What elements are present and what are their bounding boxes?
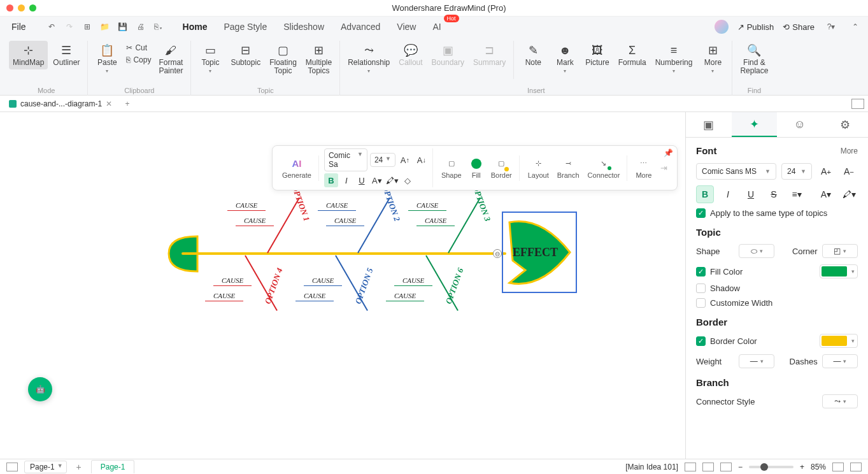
zoom-in-button[interactable]: + — [800, 463, 804, 471]
underline-toggle[interactable]: U — [742, 185, 760, 203]
italic-toggle[interactable]: I — [719, 185, 737, 203]
copy-button[interactable]: ⎘Copy — [124, 54, 153, 66]
cause-label[interactable]: CAUSE — [222, 276, 243, 284]
ai-generate-button[interactable]: AI Generate — [279, 155, 315, 181]
tab-advanced[interactable]: Advanced — [333, 18, 388, 35]
find-replace-button[interactable]: 🔍Find & Replace — [736, 41, 772, 78]
zoom-out-button[interactable]: − — [738, 463, 743, 471]
cause-label[interactable]: CAUSE — [312, 276, 334, 284]
page-tab[interactable]: Page-1 — [91, 460, 135, 473]
cause-label[interactable]: CAUSE — [213, 292, 235, 299]
picture-button[interactable]: 🖼Picture — [581, 41, 613, 79]
share-button[interactable]: ⟲Share — [783, 22, 815, 32]
more-insert-button[interactable]: ⊞More▾ — [697, 41, 728, 79]
format-painter-button[interactable]: 🖌Format Painter — [155, 41, 187, 78]
fill-color-checkbox[interactable]: ✓ Fill Color ▾ — [696, 264, 858, 278]
bold-button[interactable]: B — [324, 173, 338, 187]
bold-toggle[interactable]: B — [696, 185, 714, 203]
panel-tab-settings[interactable]: ⚙ — [823, 112, 869, 137]
minimize-window[interactable] — [18, 4, 25, 11]
apply-same-type-checkbox[interactable]: ✓ Apply to the same type of topics — [696, 208, 858, 218]
mindmap-button[interactable]: ⊹MindMap — [9, 41, 48, 69]
dashes-dropdown[interactable]: — ▾ — [822, 354, 858, 368]
highlight-dropdown[interactable]: 🖍▾ — [840, 185, 858, 203]
pin-icon[interactable]: 📌 — [664, 148, 673, 157]
zoom-level[interactable]: 85% — [811, 463, 826, 471]
view-mode-2[interactable] — [702, 463, 714, 471]
export-icon[interactable]: ⎘▾ — [151, 19, 166, 34]
multiple-topics-button[interactable]: ⊞Multiple Topics — [302, 41, 336, 78]
add-page-button[interactable]: + — [73, 461, 85, 473]
font-color-button[interactable]: A▾ — [370, 173, 384, 187]
font-family-dropdown[interactable]: Comic Sans MS▼ — [696, 163, 776, 180]
shape-button[interactable]: ▢Shape — [438, 155, 465, 181]
undo-icon[interactable]: ↶ — [44, 19, 59, 34]
ai-assistant-bubble[interactable]: 🤖 — [28, 377, 52, 401]
subtopic-button[interactable]: ⊟Subtopic — [227, 41, 264, 78]
note-button[interactable]: ✎Note — [518, 41, 548, 79]
font-more[interactable]: More — [841, 147, 858, 155]
tab-slideshow[interactable]: Slideshow — [276, 18, 332, 35]
page-selector[interactable]: Page-1▼ — [24, 461, 67, 473]
decrease-font-button[interactable]: A− — [840, 162, 858, 180]
shape-dropdown[interactable]: ⬭ ▾ — [739, 244, 774, 258]
cause-label[interactable]: CAUSE — [425, 217, 446, 224]
publish-button[interactable]: ↗Publish — [737, 22, 774, 32]
zoom-slider[interactable] — [749, 466, 793, 468]
highlight-button[interactable]: 🖍▾ — [385, 173, 399, 187]
close-window[interactable] — [6, 4, 13, 11]
view-mode-1[interactable] — [685, 463, 696, 471]
pages-panel-toggle[interactable] — [6, 463, 18, 471]
panel-tab-style[interactable]: ✦ — [732, 112, 778, 137]
align-dropdown[interactable]: ≡▾ — [788, 185, 806, 203]
font-size-dropdown[interactable]: 24▼ — [781, 163, 812, 180]
close-tab-icon[interactable]: ✕ — [106, 99, 112, 108]
maximize-window[interactable] — [29, 4, 36, 11]
fill-color-swatch[interactable]: ▾ — [820, 264, 858, 278]
save-icon[interactable]: 💾 — [115, 19, 131, 34]
decrease-font-icon[interactable]: A↓ — [415, 153, 429, 167]
mark-button[interactable]: ☻Mark▾ — [550, 41, 580, 79]
panel-tab-page[interactable]: ▣ — [686, 112, 732, 137]
connector-style-dropdown[interactable]: ⤳ ▾ — [822, 394, 858, 408]
collapse-toggle[interactable]: ⊖ — [493, 249, 502, 258]
canvas[interactable]: 📌 AI Generate Comic Sa▼ 24▼ A↑ A↓ B I U — [0, 112, 685, 459]
strike-toggle[interactable]: S — [765, 185, 783, 203]
help-icon[interactable]: ?▾ — [823, 19, 839, 34]
corner-dropdown[interactable]: ◰ ▾ — [822, 244, 858, 258]
paste-button[interactable]: 📋Paste▾ — [92, 41, 122, 78]
cause-label[interactable]: CAUSE — [304, 292, 325, 299]
font-color-dropdown[interactable]: A▾ — [817, 185, 835, 203]
font-size-select[interactable]: 24▼ — [370, 153, 395, 167]
add-tab-button[interactable]: + — [121, 97, 134, 110]
tab-page-style[interactable]: Page Style — [216, 18, 274, 35]
outliner-button[interactable]: ☰Outliner — [49, 41, 83, 69]
effect-node[interactable]: EFFECT — [503, 213, 576, 292]
border-button[interactable]: ▢Border — [488, 155, 515, 181]
underline-button[interactable]: U — [355, 173, 369, 187]
cause-label[interactable]: CAUSE — [334, 217, 356, 224]
topic-button[interactable]: ▭Topic▾ — [195, 41, 225, 78]
cause-label[interactable]: CAUSE — [236, 201, 257, 209]
weight-dropdown[interactable]: — ▾ — [739, 354, 774, 368]
cut-button[interactable]: ✂Cut — [124, 42, 153, 54]
branch-button[interactable]: ⤙Branch — [554, 155, 583, 181]
panel-tab-icon[interactable]: ☺ — [777, 112, 823, 137]
cause-label[interactable]: CAUSE — [326, 201, 348, 209]
floating-topic-button[interactable]: ▢Floating Topic — [266, 41, 301, 78]
formula-button[interactable]: ΣFormula — [615, 41, 650, 79]
spine[interactable] — [181, 252, 506, 255]
shadow-checkbox[interactable]: Shadow — [696, 284, 858, 293]
redo-icon[interactable]: ↷ — [62, 19, 77, 34]
border-color-swatch[interactable]: ▾ — [820, 334, 858, 348]
cause-label[interactable]: CAUSE — [394, 292, 416, 299]
tab-home[interactable]: Home — [175, 18, 215, 35]
expand-toolbar-icon[interactable]: ⇥ — [657, 161, 671, 175]
fit-screen-button[interactable] — [832, 463, 844, 471]
fullscreen-button[interactable] — [850, 463, 862, 471]
file-menu[interactable]: File — [5, 19, 32, 34]
increase-font-button[interactable]: A+ — [817, 162, 835, 180]
clear-format-button[interactable]: ◇ — [401, 173, 415, 187]
increase-font-icon[interactable]: A↑ — [398, 153, 412, 167]
view-mode-3[interactable] — [720, 463, 732, 471]
